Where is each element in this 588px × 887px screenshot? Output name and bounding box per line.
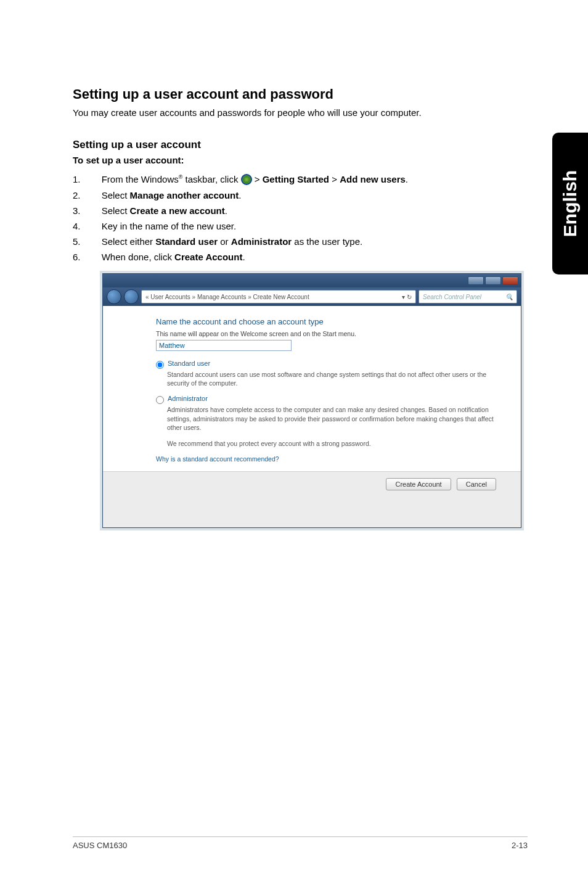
step-2: Select Manage another account.	[73, 190, 528, 200]
step-1: From the Windows® taskbar, click > Getti…	[73, 174, 528, 185]
step-1-bold-2: Add new users	[340, 174, 406, 184]
start-orb-icon	[241, 174, 252, 185]
step-6-text-a: When done, click	[102, 252, 174, 262]
radio-standard-user[interactable]: Standard user	[156, 360, 496, 369]
step-1-bold-1: Getting Started	[263, 174, 329, 184]
search-icon: 🔍	[505, 294, 513, 300]
steps-list: From the Windows® taskbar, click > Getti…	[73, 174, 528, 262]
runin-label: To set up a user account:	[73, 155, 528, 165]
radio-standard-user-input[interactable]	[156, 361, 164, 369]
footer-left: ASUS CM1630	[73, 841, 127, 850]
step-1-text-b: taskbar, click	[182, 174, 240, 184]
radio-administrator-desc: Administrators have complete access to t…	[167, 405, 496, 432]
step-5: Select either Standard user or Administr…	[73, 236, 528, 247]
content-subtitle: This name will appear on the Welcome scr…	[156, 330, 496, 337]
step-5-text-e: as the user type.	[292, 236, 362, 247]
close-button[interactable]	[502, 276, 518, 285]
account-name-input[interactable]: Matthew	[156, 340, 292, 351]
radio-administrator-input[interactable]	[156, 396, 164, 404]
address-bar-text: « User Accounts » Manage Accounts » Crea…	[145, 294, 309, 300]
step-2-text-c: .	[239, 190, 241, 200]
recommend-text: We recommend that you protect every acco…	[167, 439, 496, 448]
embedded-screenshot: « User Accounts » Manage Accounts » Crea…	[102, 273, 521, 528]
intro-paragraph: You may create user accounts and passwor…	[73, 107, 528, 118]
nav-toolbar: « User Accounts » Manage Accounts » Crea…	[103, 287, 521, 306]
window-titlebar	[103, 274, 521, 287]
step-3-bold: Create a new account	[130, 205, 225, 216]
content-heading: Name the account and choose an account t…	[156, 317, 496, 326]
step-4: Key in the name of the new user.	[73, 221, 528, 231]
step-2-bold: Manage another account	[130, 190, 239, 200]
radio-administrator-label: Administrator	[168, 395, 208, 402]
language-tab-label: English	[560, 170, 581, 237]
step-6-bold: Create Account	[174, 252, 242, 262]
language-tab: English	[552, 133, 588, 274]
step-1-gt-1: >	[252, 174, 263, 184]
step-5-bold-1: Standard user	[155, 236, 218, 247]
minimize-button[interactable]	[468, 276, 484, 285]
subheading: Setting up a user account	[73, 139, 528, 151]
create-account-button[interactable]: Create Account	[386, 478, 451, 490]
step-5-text-a: Select either	[102, 236, 156, 247]
search-placeholder: Search Control Panel	[423, 294, 481, 300]
step-1-end: .	[406, 174, 408, 184]
step-3: Select Create a new account.	[73, 205, 528, 216]
back-button[interactable]	[107, 289, 121, 304]
search-box[interactable]: Search Control Panel 🔍	[419, 290, 517, 303]
radio-standard-user-label: Standard user	[168, 360, 210, 367]
address-bar[interactable]: « User Accounts » Manage Accounts » Crea…	[141, 290, 416, 303]
step-4-text: Key in the name of the new user.	[102, 221, 236, 231]
why-link[interactable]: Why is a standard account recommended?	[156, 455, 496, 463]
window-content: Name the account and choose an account t…	[103, 306, 521, 471]
section-heading: Setting up a user account and password	[73, 86, 528, 102]
radio-administrator[interactable]: Administrator	[156, 395, 496, 404]
step-3-text-c: .	[225, 205, 227, 216]
step-5-text-c: or	[218, 236, 231, 247]
step-1-text-a: From the Windows	[102, 174, 179, 184]
step-6-text-c: .	[242, 252, 245, 262]
footer-right: 2-13	[512, 841, 528, 850]
forward-button[interactable]	[124, 289, 139, 304]
step-1-gt-2: >	[329, 174, 340, 184]
step-6: When done, click Create Account.	[73, 252, 528, 262]
step-5-bold-2: Administrator	[231, 236, 292, 247]
step-2-text-a: Select	[102, 190, 130, 200]
cancel-button[interactable]: Cancel	[457, 478, 496, 490]
step-3-text-a: Select	[102, 205, 130, 216]
maximize-button[interactable]	[485, 276, 501, 285]
page-footer: ASUS CM1630 2-13	[73, 836, 528, 850]
button-row: Create Account Cancel	[103, 471, 521, 527]
radio-standard-user-desc: Standard account users can use most soft…	[167, 370, 496, 387]
